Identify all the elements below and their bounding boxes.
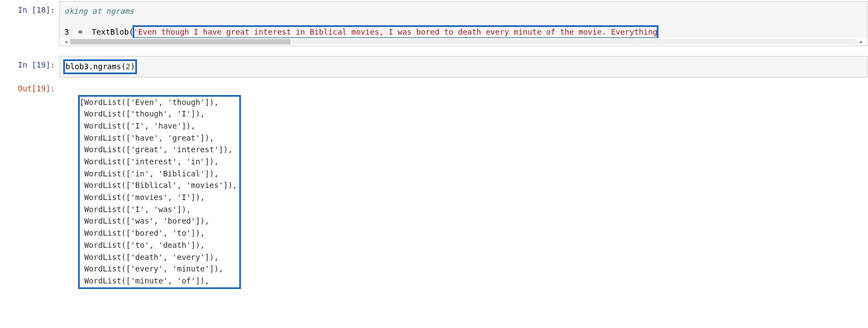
horizontal-scrollbar[interactable]: ◀ ▶ (60, 38, 867, 46)
input-prompt: In [18]: (0, 1, 59, 16)
highlight-string: 'Even though I have great interest in Bi… (134, 26, 657, 37)
code-cell-18: In [18]: oking at ngrams 3 = TextBlob('E… (0, 0, 868, 47)
output-area: [WordList(['Even', 'though']), WordList(… (59, 80, 868, 301)
code-cell-19: In [19]: blob3.ngrams(2) (0, 55, 868, 79)
code-line: blob3.ngrams(2) (60, 60, 867, 73)
scroll-track[interactable] (70, 39, 858, 45)
code-comment: oking at ngrams (64, 7, 134, 15)
code-input-area[interactable]: oking at ngrams 3 = TextBlob('Even thoug… (59, 1, 868, 46)
highlight-code: blob3.ngrams(2) (64, 60, 136, 73)
output-cell-19: Out[19]: [WordList(['Even', 'though']), … (0, 79, 868, 302)
scroll-thumb[interactable] (70, 39, 290, 45)
code-line: 3 = TextBlob('Even though I have great i… (60, 26, 867, 37)
scroll-left-icon[interactable]: ◀ (63, 39, 69, 45)
output-prompt: Out[19]: (0, 80, 59, 95)
code-input-area[interactable]: blob3.ngrams(2) (59, 56, 868, 77)
scroll-right-icon[interactable]: ▶ (859, 39, 864, 45)
highlight-output: [WordList(['Even', 'though']), WordList(… (78, 95, 241, 289)
input-prompt: In [19]: (0, 56, 59, 71)
